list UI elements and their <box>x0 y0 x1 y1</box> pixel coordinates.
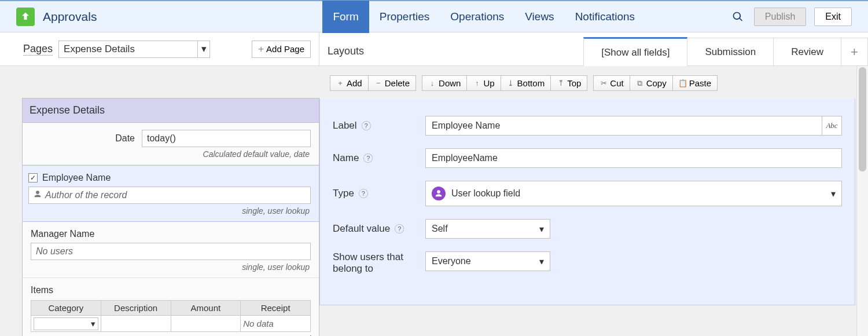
help-icon[interactable]: ? <box>363 154 373 163</box>
field-hint: single, user lookup <box>31 260 311 275</box>
top-button[interactable]: ⤒Top <box>551 75 587 91</box>
form-preview-panel: Expense Details Date today() Calculated … <box>0 66 319 336</box>
help-icon[interactable]: ? <box>362 121 371 130</box>
scissors-icon: ✂ <box>599 79 608 87</box>
add-button[interactable]: +Add <box>330 75 369 91</box>
plus-icon: + <box>258 43 264 55</box>
chevron-down-icon[interactable]: ▾ <box>197 41 209 58</box>
user-icon <box>432 187 446 200</box>
plus-icon: + <box>336 79 344 87</box>
arrow-up-icon: ↑ <box>473 79 481 87</box>
up-button[interactable]: ↑Up <box>467 75 501 91</box>
prop-default: Default value <box>333 223 390 235</box>
prop-name: Name <box>333 152 359 164</box>
pages-select-value: Expense Details <box>64 43 135 55</box>
chevron-down-icon: ▾ <box>539 256 544 267</box>
layouts-label: Layouts <box>328 45 364 65</box>
top-bar: Approvals Form Properties Operations Vie… <box>0 0 868 32</box>
layout-tab-review[interactable]: Review <box>774 38 841 65</box>
col-amount: Amount <box>171 301 241 316</box>
col-category: Category <box>31 301 101 316</box>
category-select[interactable]: ▾ <box>34 317 98 330</box>
manager-name-input[interactable]: No users <box>31 243 311 260</box>
chevron-down-icon: ▾ <box>91 319 98 329</box>
col-description: Description <box>101 301 171 316</box>
work-area: Expense Details Date today() Calculated … <box>0 66 868 336</box>
delete-button[interactable]: −Delete <box>369 75 416 91</box>
pages-select[interactable]: Expense Details ▾ <box>58 41 210 58</box>
cell-description[interactable] <box>101 316 171 332</box>
form-card: Expense Details Date today() Calculated … <box>22 98 319 336</box>
top-nav: Form Properties Operations Views Notific… <box>322 1 645 33</box>
field-label: Employee Name <box>42 173 111 183</box>
app-title: Approvals <box>43 10 97 24</box>
nav-properties[interactable]: Properties <box>369 1 440 33</box>
clipboard-icon: 📋 <box>679 79 687 87</box>
arrow-to-top-icon: ⤒ <box>557 79 565 87</box>
prop-label: Label <box>333 120 357 132</box>
field-label: Manager Name <box>31 229 311 243</box>
name-input[interactable]: EmployeeName <box>425 148 842 168</box>
nav-views[interactable]: Views <box>514 1 564 33</box>
help-icon[interactable]: ? <box>395 224 404 233</box>
field-row-items[interactable]: Items Category Description Amount Receip… <box>23 278 319 336</box>
label-input[interactable]: Employee Name <box>425 116 822 136</box>
col-receipt: Receipt <box>241 301 311 316</box>
prop-showusers-2: belong to <box>333 263 373 275</box>
minus-icon: − <box>374 79 382 87</box>
cut-button[interactable]: ✂Cut <box>593 75 630 91</box>
field-hint: Calculated default value, date <box>31 147 311 162</box>
field-row-manager[interactable]: Manager Name No users single, user looku… <box>23 222 319 278</box>
layout-tab-submission[interactable]: Submission <box>687 38 774 65</box>
chevron-down-icon: ▾ <box>831 188 836 199</box>
prop-type: Type <box>333 188 354 199</box>
user-icon <box>34 190 42 200</box>
search-icon[interactable] <box>730 9 746 25</box>
field-properties-panel: +Add −Delete ↓Down ↑Up ⤓Bottom ⤒Top ✂Cut… <box>319 66 868 336</box>
field-hint: single, user lookup <box>28 204 311 219</box>
down-button[interactable]: ↓Down <box>422 75 467 91</box>
field-label: Items <box>31 285 311 300</box>
arrow-to-bottom-icon: ⤓ <box>507 79 515 87</box>
nav-notifications[interactable]: Notifications <box>565 1 646 33</box>
add-page-label: Add Page <box>266 44 304 54</box>
cell-amount[interactable] <box>171 316 241 332</box>
employee-name-input[interactable]: Author of the record <box>28 187 311 204</box>
app-icon <box>16 8 35 26</box>
form-card-title: Expense Details <box>23 98 319 123</box>
scrollbar[interactable] <box>856 66 868 336</box>
nav-operations[interactable]: Operations <box>440 1 514 33</box>
prop-showusers-1: Show users that <box>333 251 403 263</box>
exit-button[interactable]: Exit <box>814 8 852 26</box>
copy-button[interactable]: ⧉Copy <box>630 75 673 91</box>
add-page-button[interactable]: + Add Page <box>252 41 311 58</box>
nav-form[interactable]: Form <box>322 1 369 33</box>
publish-button[interactable]: Publish <box>754 8 806 26</box>
bottom-button[interactable]: ⤓Bottom <box>501 75 551 91</box>
default-value-select[interactable]: Self▾ <box>425 219 550 239</box>
sub-bar: Pages Expense Details ▾ + Add Page Layou… <box>0 32 868 66</box>
cell-category[interactable]: ▾ <box>31 316 101 332</box>
nested-hint: Nested <box>31 332 311 336</box>
paste-button[interactable]: 📋Paste <box>673 75 718 91</box>
items-table: Category Description Amount Receipt ▾ No… <box>31 300 311 332</box>
arrow-down-icon: ↓ <box>428 79 436 87</box>
plus-icon: + <box>851 45 858 60</box>
field-row-date[interactable]: Date today() Calculated default value, d… <box>23 123 319 165</box>
help-icon[interactable]: ? <box>359 189 368 198</box>
layout-tab-add[interactable]: + <box>841 38 868 65</box>
copy-icon: ⧉ <box>636 79 644 87</box>
field-label: Date <box>31 133 142 144</box>
properties-form: Label? Employee Name Abc Name? EmployeeN… <box>319 98 855 305</box>
pages-label: Pages <box>23 43 53 56</box>
layout-tab-show-all[interactable]: [Show all fields] <box>583 37 687 66</box>
cell-receipt: No data <box>241 316 311 332</box>
show-users-select[interactable]: Everyone▾ <box>425 251 550 271</box>
date-input[interactable]: today() <box>142 130 311 147</box>
type-select[interactable]: User lookup field ▾ <box>425 181 842 206</box>
chevron-down-icon: ▾ <box>539 224 544 235</box>
field-row-employee[interactable]: ✓ Employee Name Author of the record sin… <box>23 165 319 222</box>
field-checkbox[interactable]: ✓ <box>28 173 38 182</box>
abc-icon[interactable]: Abc <box>822 116 842 136</box>
layout-tabs: [Show all fields] Submission Review + <box>583 38 868 65</box>
